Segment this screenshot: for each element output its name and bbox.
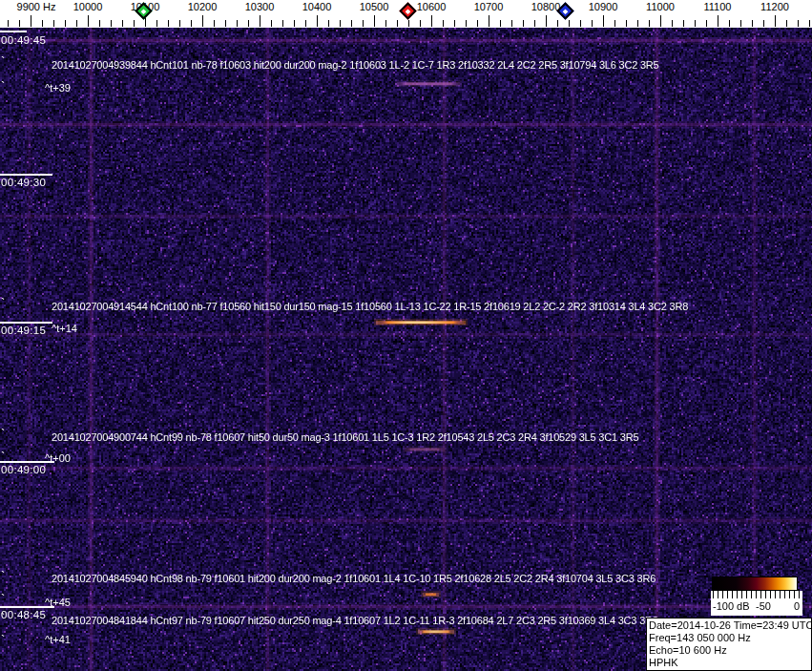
freq-minor-tick (626, 20, 627, 27)
freq-major-tick (88, 15, 89, 27)
freq-minor-tick (534, 20, 535, 27)
freq-minor-tick (53, 20, 54, 27)
freq-tick-label: 10600 (417, 1, 447, 12)
marker-center-dot (141, 9, 147, 14)
freq-minor-tick (248, 20, 249, 27)
freq-minor-tick (557, 20, 558, 27)
info-echo-frequency: Echo=10 600 Hz (649, 644, 809, 657)
freq-minor-tick (798, 20, 799, 27)
freq-minor-tick (466, 20, 467, 27)
freq-minor-tick (500, 20, 501, 27)
scale-max-label: 0 (794, 600, 800, 612)
freq-minor-tick (122, 20, 123, 27)
freq-minor-tick (706, 20, 707, 27)
freq-minor-tick (740, 20, 741, 27)
marker-center-dot (406, 9, 411, 14)
frequency-ruler: 9900 Hz100001010010200103001040010500106… (0, 0, 812, 28)
freq-minor-tick (649, 20, 650, 27)
freq-minor-tick (99, 20, 100, 27)
freq-tick-label: 11200 (760, 1, 789, 12)
freq-minor-tick (328, 20, 329, 27)
scale-tick (751, 591, 752, 598)
scale-mid-label: -50 (756, 600, 771, 612)
freq-tick-label: 10300 (245, 1, 275, 12)
scale-tick (770, 591, 771, 598)
freq-major-tick (431, 15, 432, 27)
scale-tick (760, 591, 761, 598)
freq-minor-tick (19, 20, 20, 27)
scale-tick (784, 591, 785, 598)
freq-major-tick (775, 15, 776, 27)
freq-major-tick (660, 15, 661, 27)
freq-minor-tick (523, 20, 524, 27)
freq-minor-tick (351, 20, 352, 27)
scale-tick (746, 591, 747, 598)
freq-minor-tick (809, 20, 810, 27)
scale-tick (727, 591, 728, 598)
scale-tick (789, 591, 790, 598)
scale-tick (775, 591, 776, 598)
freq-minor-tick (282, 20, 283, 27)
freq-minor-tick (214, 20, 215, 27)
freq-minor-tick (168, 20, 169, 27)
freq-minor-tick (443, 20, 444, 27)
freq-minor-tick (76, 20, 77, 27)
freq-minor-tick (786, 20, 787, 27)
freq-minor-tick (637, 20, 638, 27)
freq-major-tick (718, 15, 718, 27)
freq-minor-tick (294, 20, 295, 27)
scale-tick (718, 591, 718, 598)
intensity-scale-ruler: -100 dB -50 0 (711, 591, 802, 616)
status-info-box: Date=2014-10-26 Time=23:49 UTC Freq=143 … (646, 618, 812, 671)
freq-minor-tick (225, 20, 226, 27)
freq-major-tick (603, 15, 604, 27)
freq-minor-tick (179, 20, 180, 27)
freq-minor-tick (729, 20, 730, 27)
scale-tick (722, 591, 723, 598)
freq-minor-tick (511, 20, 512, 27)
info-station-id: HPHK (649, 657, 809, 669)
freq-major-tick (260, 15, 260, 27)
scale-tick (765, 591, 766, 598)
freq-tick-label: 11000 (646, 1, 675, 12)
scale-tick (780, 591, 781, 598)
meteor-echo-monitor-window: 9900 Hz100001010010200103001040010500106… (0, 0, 812, 671)
freq-major-tick (546, 15, 547, 27)
freq-minor-tick (408, 20, 409, 27)
freq-major-tick (374, 15, 375, 27)
freq-minor-tick (65, 20, 66, 27)
freq-tick-label: 11100 (704, 1, 732, 12)
freq-minor-tick (672, 20, 673, 27)
freq-minor-tick (420, 20, 421, 27)
freq-minor-tick (191, 20, 192, 27)
freq-minor-tick (156, 20, 157, 27)
freq-minor-tick (134, 20, 135, 27)
freq-tick-label: 10200 (188, 1, 218, 12)
freq-tick-label: 9900 Hz (17, 1, 56, 12)
freq-minor-tick (111, 20, 112, 27)
freq-minor-tick (477, 20, 478, 27)
scale-tick (741, 591, 742, 598)
freq-major-tick (31, 15, 31, 27)
freq-minor-tick (763, 20, 764, 27)
spectrogram-canvas (0, 28, 812, 671)
scale-tick (713, 591, 714, 598)
freq-minor-tick (271, 20, 272, 27)
intensity-scale-labels: -100 dB -50 0 (711, 600, 802, 615)
scale-tick (799, 591, 800, 598)
freq-minor-tick (363, 20, 364, 27)
scale-min-label: -100 dB (713, 600, 750, 612)
scale-tick (794, 591, 795, 598)
freq-tick-label: 10900 (589, 1, 618, 12)
freq-minor-tick (683, 20, 684, 27)
freq-minor-tick (614, 20, 615, 27)
freq-minor-tick (340, 20, 341, 27)
freq-tick-label: 10000 (73, 1, 103, 12)
freq-minor-tick (592, 20, 593, 27)
scale-tick (732, 591, 733, 598)
freq-minor-tick (385, 20, 386, 27)
freq-minor-tick (8, 20, 9, 27)
freq-minor-tick (397, 20, 398, 27)
red-diamond-marker[interactable] (399, 2, 416, 19)
freq-minor-tick (305, 20, 306, 27)
